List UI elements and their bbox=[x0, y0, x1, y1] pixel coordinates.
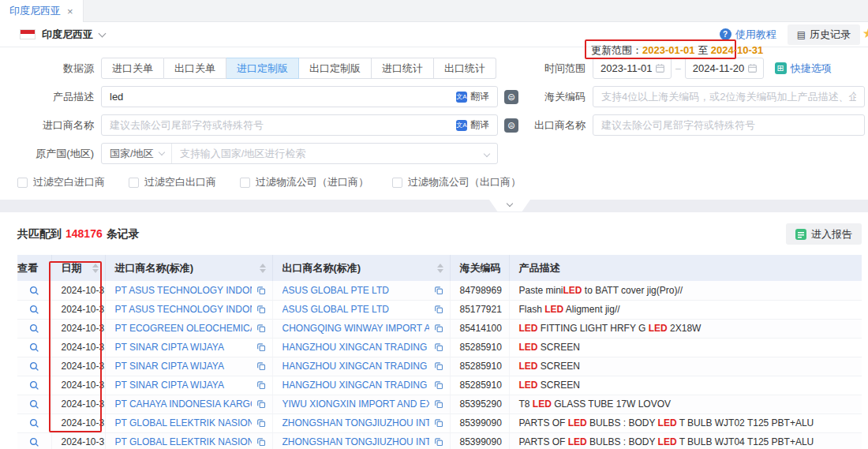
product-desc-input[interactable] bbox=[102, 87, 451, 107]
view-cell[interactable] bbox=[17, 432, 51, 449]
exact-match-icon[interactable]: ⊜ bbox=[504, 118, 518, 133]
exporter-link[interactable]: ZHONGSHAN TONGJIUZHOU INTERNA... bbox=[282, 417, 429, 428]
exporter-link[interactable]: YIWU XIONGXIN IMPORT AND EXPORT... bbox=[282, 398, 429, 410]
date-cell: 2024-10-31 bbox=[51, 395, 105, 413]
copy-icon[interactable] bbox=[256, 399, 266, 409]
enter-report-button[interactable]: 进入报告 bbox=[786, 223, 862, 245]
result-count-text: 共匹配到148176条记录 bbox=[17, 227, 140, 241]
view-cell[interactable] bbox=[17, 357, 51, 376]
importer-link[interactable]: PT ASUS TECHNOLOGY INDONESIA BA... bbox=[115, 304, 252, 315]
view-magnifier-icon[interactable] bbox=[29, 324, 39, 334]
tab-indonesia[interactable]: 印度尼西亚 × bbox=[0, 0, 84, 22]
sort-icon[interactable] bbox=[432, 264, 443, 273]
origin-type-select[interactable]: 国家/地区 bbox=[102, 144, 172, 163]
checkbox-icon[interactable] bbox=[392, 178, 402, 188]
importer-link[interactable]: PT ECOGREEN OLEOCHEMICALS bbox=[115, 323, 252, 334]
chevron-down-icon[interactable] bbox=[484, 150, 490, 156]
copy-icon[interactable] bbox=[256, 286, 266, 295]
datasource-tab-0[interactable]: 进口关单 bbox=[101, 58, 164, 79]
column-header-2[interactable]: 进口商名称(标准) bbox=[105, 255, 272, 281]
checkbox-icon[interactable] bbox=[240, 178, 250, 188]
view-magnifier-icon[interactable] bbox=[29, 342, 39, 353]
copy-icon[interactable] bbox=[434, 305, 443, 314]
view-cell[interactable] bbox=[17, 300, 51, 319]
view-cell[interactable] bbox=[17, 319, 51, 338]
view-cell[interactable] bbox=[17, 338, 51, 357]
date-to-input[interactable]: 2024-11-20 bbox=[685, 58, 764, 79]
datasource-tab-4[interactable]: 进口统计 bbox=[372, 58, 434, 79]
copy-icon[interactable] bbox=[434, 286, 443, 295]
copy-icon[interactable] bbox=[256, 324, 266, 333]
view-cell[interactable] bbox=[17, 376, 51, 395]
exporter-input[interactable] bbox=[593, 115, 864, 135]
hs-code-input[interactable] bbox=[593, 87, 864, 107]
view-cell[interactable] bbox=[17, 395, 51, 413]
sort-icon[interactable] bbox=[88, 264, 99, 273]
copy-icon[interactable] bbox=[256, 380, 266, 390]
exporter-link[interactable]: HANGZHOU XINGCAN TRADING CO LTD bbox=[282, 380, 429, 391]
importer-link[interactable]: PT ASUS TECHNOLOGY INDONESIA BA... bbox=[115, 285, 252, 296]
view-magnifier-icon[interactable] bbox=[29, 380, 39, 391]
datasource-tab-5[interactable]: 出口统计 bbox=[434, 58, 496, 79]
checkbox-icon[interactable] bbox=[129, 178, 139, 188]
copy-icon[interactable] bbox=[434, 418, 443, 428]
importer-link[interactable]: PT GLOBAL ELEKTRIK NASIONAL bbox=[115, 436, 252, 447]
history-button[interactable]: ▤ 历史记录 bbox=[788, 24, 860, 45]
copy-icon[interactable] bbox=[256, 305, 266, 314]
view-magnifier-icon[interactable] bbox=[29, 305, 39, 315]
tutorial-button[interactable]: ? 使用教程 bbox=[720, 28, 776, 42]
importer-link[interactable]: PT SINAR CIPTA WIJAYA bbox=[115, 380, 252, 391]
quick-options-button[interactable]: ⊞ 快捷选项 bbox=[775, 62, 832, 76]
copy-icon[interactable] bbox=[434, 342, 443, 352]
filter-checkbox-0[interactable]: 过滤空白进口商 bbox=[17, 175, 105, 189]
filter-checkbox-1[interactable]: 过滤空白出口商 bbox=[129, 175, 216, 189]
column-header-3[interactable]: 出口商名称(标准) bbox=[272, 255, 450, 281]
copy-icon[interactable] bbox=[256, 418, 266, 428]
collapse-panel-button[interactable] bbox=[489, 200, 530, 211]
close-icon[interactable]: × bbox=[67, 6, 73, 17]
view-cell[interactable] bbox=[17, 281, 51, 300]
view-magnifier-icon[interactable] bbox=[29, 361, 39, 372]
importer-link[interactable]: PT GLOBAL ELEKTRIK NASIONAL bbox=[115, 417, 252, 428]
view-cell[interactable] bbox=[17, 413, 51, 432]
exporter-link[interactable]: CHONGQING WINWAY IMPORT AND E... bbox=[282, 323, 429, 334]
copy-icon[interactable] bbox=[256, 437, 266, 447]
exporter-link[interactable]: HANGZHOU XINGCAN TRADING CO LTD bbox=[282, 342, 429, 353]
filter-checkbox-2[interactable]: 过滤物流公司（进口商） bbox=[240, 175, 369, 189]
view-magnifier-icon[interactable] bbox=[29, 437, 39, 447]
copy-icon[interactable] bbox=[434, 324, 443, 333]
exporter-link[interactable]: ZHONGSHAN TONGJIUZHOU INTERNA... bbox=[282, 436, 429, 447]
view-magnifier-icon[interactable] bbox=[29, 418, 39, 428]
copy-icon[interactable] bbox=[434, 380, 443, 390]
chevron-down-icon[interactable] bbox=[99, 29, 107, 37]
translate-button[interactable]: 文A 翻译 bbox=[451, 118, 497, 132]
filter-checkbox-3[interactable]: 过滤物流公司（出口商） bbox=[392, 175, 521, 189]
copy-icon[interactable] bbox=[434, 399, 443, 409]
exporter-link[interactable]: ASUS GLOBAL PTE LTD bbox=[282, 304, 429, 315]
view-magnifier-icon[interactable] bbox=[29, 286, 39, 296]
column-header-1[interactable]: 日期 bbox=[51, 255, 105, 281]
origin-country-input[interactable] bbox=[172, 144, 480, 163]
copy-icon[interactable] bbox=[434, 437, 443, 447]
importer-cell: PT ECOGREEN OLEOCHEMICALS bbox=[105, 319, 272, 338]
copy-icon[interactable] bbox=[256, 342, 266, 352]
copy-icon[interactable] bbox=[434, 361, 443, 371]
datasource-tab-2[interactable]: 进口定制版 bbox=[226, 58, 299, 79]
importer-input[interactable] bbox=[102, 115, 451, 135]
sort-icon[interactable] bbox=[255, 264, 266, 273]
search-form: 数据源 进口关单出口关单进口定制版出口定制版进口统计出口统计 时间范围 2023… bbox=[0, 47, 868, 212]
datasource-tab-3[interactable]: 出口定制版 bbox=[299, 58, 372, 79]
exact-match-icon[interactable]: ⊜ bbox=[504, 90, 518, 104]
view-magnifier-icon[interactable] bbox=[29, 399, 39, 410]
exporter-link[interactable]: HANGZHOU XINGCAN TRADING CO LTD bbox=[282, 361, 429, 372]
importer-link[interactable]: PT SINAR CIPTA WIJAYA bbox=[115, 361, 252, 372]
importer-link[interactable]: PT SINAR CIPTA WIJAYA bbox=[115, 342, 252, 353]
exporter-link[interactable]: ASUS GLOBAL PTE LTD bbox=[282, 285, 429, 296]
translate-button[interactable]: 文A 翻译 bbox=[451, 90, 497, 103]
importer-link[interactable]: PT CAHAYA INDONESIA KARGO bbox=[115, 398, 252, 410]
datasource-tab-1[interactable]: 出口关单 bbox=[164, 58, 226, 79]
checkbox-icon[interactable] bbox=[17, 178, 28, 188]
favorite-star-icon[interactable]: ★ bbox=[862, 25, 868, 42]
date-from-input[interactable]: 2023-11-01 bbox=[593, 58, 672, 79]
copy-icon[interactable] bbox=[256, 361, 266, 371]
